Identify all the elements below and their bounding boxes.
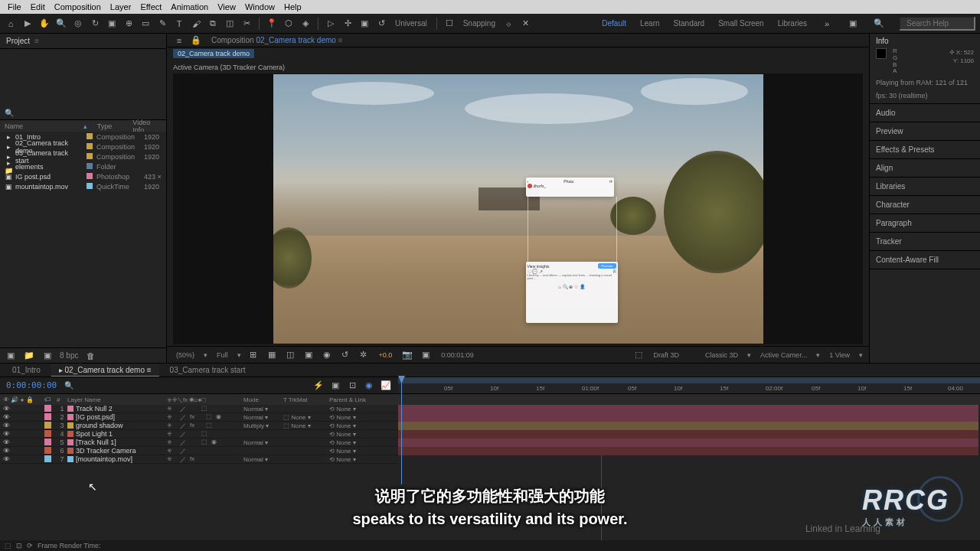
timeline-tab[interactable]: ▸ 02_Camera track demo ≡ bbox=[51, 364, 159, 377]
resolution-dropdown[interactable]: Full bbox=[214, 351, 231, 359]
layer-track-bar[interactable] bbox=[398, 413, 978, 422]
exposure-icon[interactable]: ✲ bbox=[358, 349, 370, 361]
menu-animation[interactable]: Animation bbox=[166, 2, 213, 11]
panel-audio[interactable]: Audio bbox=[870, 104, 980, 122]
renderer-dropdown[interactable]: Classic 3D bbox=[702, 351, 741, 359]
channel-icon[interactable]: ◉ bbox=[321, 349, 333, 361]
menu-edit[interactable]: Edit bbox=[26, 2, 50, 11]
panel-align[interactable]: Align bbox=[870, 159, 980, 178]
layer-row[interactable]: 👁4Spot Light 1⚹／⬚⟲ None ▾ bbox=[0, 430, 398, 439]
selection-tool-icon[interactable]: ▶ bbox=[21, 18, 34, 30]
axis-icon[interactable]: ✢ bbox=[341, 18, 354, 30]
draft3d-icon[interactable]: ⬚ bbox=[632, 349, 645, 361]
workspace-box-icon[interactable]: ▣ bbox=[847, 18, 859, 30]
preview-time[interactable]: 0:00:01:09 bbox=[438, 351, 477, 359]
snapshot-icon[interactable]: 📷 bbox=[401, 349, 413, 361]
project-item[interactable]: ▸📁 elements Folder bbox=[0, 161, 166, 171]
motion-blur-icon[interactable]: ◉ bbox=[363, 380, 375, 392]
hand-tool-icon[interactable]: ✋ bbox=[38, 18, 51, 30]
panel-effects-presets[interactable]: Effects & Presets bbox=[870, 141, 980, 159]
region-icon[interactable]: ▣ bbox=[302, 349, 315, 361]
zoom-dropdown[interactable]: (50%) bbox=[173, 351, 198, 359]
timeline-tab[interactable]: 01_Intro bbox=[5, 364, 48, 376]
guides-icon[interactable]: ▦ bbox=[266, 349, 278, 361]
local-axis-icon[interactable]: ▣ bbox=[358, 18, 371, 30]
menu-help[interactable]: Help bbox=[279, 2, 306, 11]
current-timecode[interactable]: 0:00:00:00 bbox=[6, 380, 57, 390]
shape-tool-icon[interactable]: ▭ bbox=[139, 18, 152, 30]
menu-composition[interactable]: Composition bbox=[50, 2, 106, 11]
graph-editor-icon[interactable]: 📈 bbox=[380, 380, 392, 392]
panel-character[interactable]: Character bbox=[870, 196, 980, 214]
layer-track-bar[interactable] bbox=[398, 447, 978, 455]
timeline-search[interactable]: 🔍 bbox=[64, 381, 74, 390]
new-comp-icon[interactable]: ▣ bbox=[41, 350, 54, 362]
project-tab[interactable]: Project≡ bbox=[0, 34, 166, 49]
snapping-label[interactable]: Snapping bbox=[460, 19, 498, 28]
shy-icon[interactable]: ⚡ bbox=[312, 380, 325, 392]
composition-tab[interactable]: Composition 02_Camera track demo ≡ bbox=[207, 34, 348, 46]
reset-exp-icon[interactable]: ↺ bbox=[339, 349, 351, 361]
layer-track-bar[interactable] bbox=[398, 422, 978, 430]
status-icon[interactable]: ⟳ bbox=[27, 542, 33, 549]
layer-row[interactable]: 👁2[IG post.psd]⚹／fx⬚◉Normal ▾⬚ None ▾⟲ N… bbox=[0, 413, 398, 422]
draft-icon[interactable]: ▣ bbox=[329, 380, 341, 392]
menu-layer[interactable]: Layer bbox=[106, 2, 136, 11]
layer-row[interactable]: 👁1Track Null 2⚹／⬚Normal ▾⟲ None ▾ bbox=[0, 405, 398, 413]
play-icon[interactable]: ▷ bbox=[325, 18, 337, 30]
camera-tool-icon[interactable]: ▣ bbox=[106, 18, 118, 30]
search-help-input[interactable] bbox=[899, 16, 975, 31]
workspace-default[interactable]: Default bbox=[602, 19, 626, 28]
clone-tool-icon[interactable]: ⧉ bbox=[207, 18, 219, 30]
type-tool-icon[interactable]: T bbox=[173, 18, 185, 30]
panel-paragraph[interactable]: Paragraph bbox=[870, 214, 980, 233]
project-item[interactable]: ▸ 03_Camera track start Composition 1920 bbox=[0, 152, 166, 161]
bit-depth[interactable]: 8 bpc bbox=[60, 351, 78, 360]
tool-extra-1-icon[interactable]: ⬡ bbox=[283, 18, 295, 30]
layer-track-bar[interactable] bbox=[398, 430, 978, 439]
draft3d-toggle[interactable]: Draft 3D bbox=[651, 351, 683, 359]
flowchart-chip[interactable]: 02_Camera track demo bbox=[173, 49, 254, 58]
timeline-tab[interactable]: 03_Camera track start bbox=[162, 364, 253, 376]
layer-list[interactable]: 👁1Track Null 2⚹／⬚Normal ▾⟲ None ▾👁2[IG p… bbox=[0, 405, 398, 542]
snap-opt-icon[interactable]: ⟐ bbox=[503, 18, 515, 30]
home-icon[interactable]: ⌂ bbox=[5, 18, 17, 30]
orbit-tool-icon[interactable]: ◎ bbox=[72, 18, 84, 30]
eraser-tool-icon[interactable]: ◫ bbox=[224, 18, 236, 30]
time-ruler[interactable]: 05f 10f 15f 01:00f 05f 10f 15f 02:00f 05… bbox=[398, 377, 980, 393]
menu-effect[interactable]: Effect bbox=[136, 2, 166, 11]
snap-opt2-icon[interactable]: ✕ bbox=[520, 18, 532, 30]
project-item[interactable]: ▣ IG post.psd Photoshop 423 × bbox=[0, 171, 166, 181]
viewer-frame[interactable]: ‹Photo⟳ dhorfs_ View insightsPromote ♡ 💬… bbox=[173, 73, 863, 344]
comp-lock-icon[interactable]: 🔒 bbox=[190, 34, 202, 47]
puppet-tool-icon[interactable]: 📍 bbox=[266, 18, 278, 30]
col-type[interactable]: Type bbox=[97, 122, 133, 130]
menu-file[interactable]: File bbox=[3, 2, 26, 11]
status-icon[interactable]: ⬚ bbox=[5, 542, 11, 549]
interpret-icon[interactable]: ▣ bbox=[5, 350, 17, 362]
layer-row[interactable]: 👁7[mountaintop.mov]⚹／fxNormal ▾⟲ None ▾ bbox=[0, 455, 398, 464]
menu-window[interactable]: Window bbox=[240, 2, 279, 11]
frame-blend-icon[interactable]: ⊡ bbox=[346, 380, 358, 392]
layer-row[interactable]: 👁5[Track Null 1]⚹／⬚◉Normal ▾⟲ None ▾ bbox=[0, 439, 398, 447]
active-camera-dropdown[interactable]: Active Camer... bbox=[757, 351, 810, 359]
project-list[interactable]: ▸ 01_Intro Composition 1920 ▸ 02_Camera … bbox=[0, 132, 166, 347]
brush-tool-icon[interactable]: 🖌 bbox=[190, 18, 202, 30]
roto-tool-icon[interactable]: ✂ bbox=[240, 18, 253, 30]
workspace-libraries[interactable]: Libraries bbox=[778, 19, 807, 28]
grid-icon[interactable]: ⊞ bbox=[247, 349, 260, 361]
panel-libraries[interactable]: Libraries bbox=[870, 178, 980, 196]
workspace-more-icon[interactable]: » bbox=[821, 18, 833, 30]
view-axis-icon[interactable]: ↺ bbox=[375, 18, 387, 30]
show-snapshot-icon[interactable]: ▣ bbox=[420, 349, 432, 361]
zoom-tool-icon[interactable]: 🔍 bbox=[55, 18, 67, 30]
layer-row[interactable]: 👁63D Tracker Camera⚹／⟲ None ▾ bbox=[0, 447, 398, 455]
pan-behind-tool-icon[interactable]: ⊕ bbox=[122, 18, 135, 30]
panel-tracker[interactable]: Tracker bbox=[870, 233, 980, 251]
exposure-value[interactable]: +0.0 bbox=[376, 351, 396, 359]
snap-toggle-icon[interactable]: ☐ bbox=[443, 18, 456, 30]
rotate-tool-icon[interactable]: ↻ bbox=[89, 18, 101, 30]
pen-tool-icon[interactable]: ✎ bbox=[156, 18, 168, 30]
workspace-standard[interactable]: Standard bbox=[674, 19, 705, 28]
col-name[interactable]: Name bbox=[5, 122, 83, 130]
